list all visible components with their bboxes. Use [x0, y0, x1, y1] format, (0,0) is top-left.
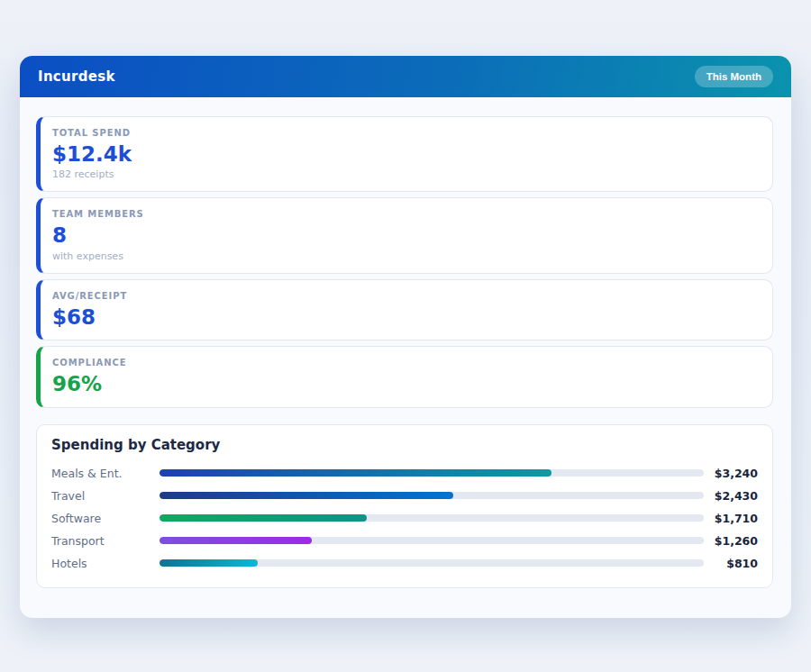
bar-fill — [159, 537, 312, 544]
bar-fill — [159, 514, 367, 522]
stats-list: TOTAL SPEND $12.4k 182 receipts TEAM MEM… — [20, 97, 791, 408]
chart-row: Transport $1,260 — [51, 530, 758, 552]
bar-track — [159, 537, 704, 544]
stat-label: TEAM MEMBERS — [52, 209, 758, 219]
bar-track — [159, 559, 704, 567]
stat-card: COMPLIANCE 96% — [36, 346, 773, 407]
app-header: Incurdesk This Month — [20, 56, 791, 97]
stat-label: TOTAL SPEND — [52, 128, 758, 138]
stat-value: $12.4k — [52, 142, 758, 166]
page: Incurdesk This Month TOTAL SPEND $12.4k … — [0, 0, 811, 618]
stat-card: AVG/RECEIPT $68 — [36, 279, 773, 341]
bar-value-label: $2,430 — [704, 489, 758, 503]
period-badge[interactable]: This Month — [695, 66, 773, 87]
category-label: Software — [51, 512, 159, 525]
dashboard-panel: Incurdesk This Month TOTAL SPEND $12.4k … — [20, 56, 791, 618]
stat-value: $68 — [52, 305, 758, 329]
stat-subtext: with expenses — [52, 250, 758, 262]
bar-track — [159, 469, 704, 477]
spending-chart-card: Spending by Category Meals & Ent. $3,240… — [36, 424, 773, 588]
stat-value: 96% — [52, 372, 758, 395]
bar-fill — [159, 492, 453, 499]
category-label: Meals & Ent. — [51, 467, 159, 480]
chart-rows: Meals & Ent. $3,240 Travel $2,430 Softwa… — [51, 462, 758, 575]
stat-label: COMPLIANCE — [52, 358, 758, 368]
stat-card: TOTAL SPEND $12.4k 182 receipts — [36, 116, 773, 192]
stat-card: TEAM MEMBERS 8 with expenses — [36, 197, 773, 273]
stat-value: 8 — [52, 223, 758, 247]
stat-subtext: 182 receipts — [52, 168, 758, 180]
bar-track — [159, 514, 704, 522]
category-label: Travel — [51, 489, 159, 503]
app-title: Incurdesk — [38, 68, 115, 85]
chart-row: Travel $2,430 — [51, 485, 758, 507]
bar-fill — [159, 559, 258, 567]
chart-row: Meals & Ent. $3,240 — [51, 462, 758, 485]
bar-value-label: $1,260 — [704, 534, 758, 548]
bar-fill — [159, 469, 551, 477]
bar-value-label: $810 — [704, 557, 758, 570]
bar-value-label: $3,240 — [704, 467, 758, 480]
bar-track — [159, 492, 704, 499]
category-label: Transport — [51, 534, 159, 548]
chart-row: Hotels $810 — [51, 552, 758, 575]
chart-row: Software $1,710 — [51, 507, 758, 530]
chart-title: Spending by Category — [51, 437, 758, 453]
bar-value-label: $1,710 — [704, 512, 758, 525]
stat-label: AVG/RECEIPT — [52, 291, 758, 301]
category-label: Hotels — [51, 557, 159, 570]
